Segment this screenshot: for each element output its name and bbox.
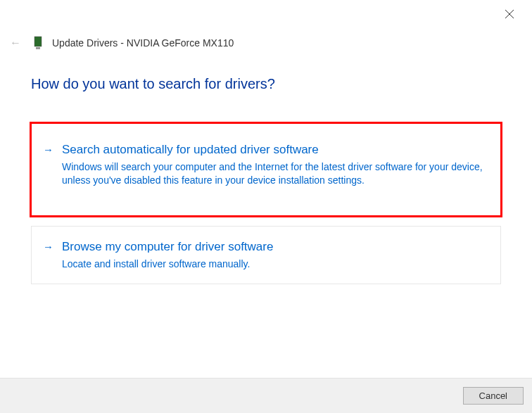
main-heading: How do you want to search for drivers? <box>31 76 501 92</box>
svg-rect-3 <box>36 47 40 49</box>
arrow-right-icon: → <box>43 239 53 255</box>
option-title: Search automatically for updated driver … <box>62 142 488 158</box>
option-search-automatically[interactable]: → Search automatically for updated drive… <box>31 123 501 216</box>
close-button[interactable] <box>500 6 519 24</box>
option-description: Locate and install driver software manua… <box>62 258 488 271</box>
dialog-footer: Cancel <box>0 378 532 413</box>
device-icon <box>34 36 42 50</box>
option-browse-computer[interactable]: → Browse my computer for driver software… <box>31 226 501 284</box>
svg-rect-2 <box>34 37 42 46</box>
option-text: Search automatically for updated driver … <box>62 142 488 187</box>
option-description: Windows will search your computer and th… <box>62 160 488 187</box>
option-title: Browse my computer for driver software <box>62 239 488 255</box>
arrow-right-icon: → <box>43 142 53 158</box>
option-text: Browse my computer for driver software L… <box>62 239 488 271</box>
options-list: → Search automatically for updated drive… <box>31 123 501 284</box>
cancel-button[interactable]: Cancel <box>463 387 524 405</box>
dialog-content: How do you want to search for drivers? →… <box>0 51 532 284</box>
back-arrow-icon[interactable]: ← <box>7 35 24 51</box>
window-title: Update Drivers - NVIDIA GeForce MX110 <box>52 37 234 49</box>
close-icon <box>505 10 514 18</box>
dialog-header: ← Update Drivers - NVIDIA GeForce MX110 <box>0 0 532 51</box>
